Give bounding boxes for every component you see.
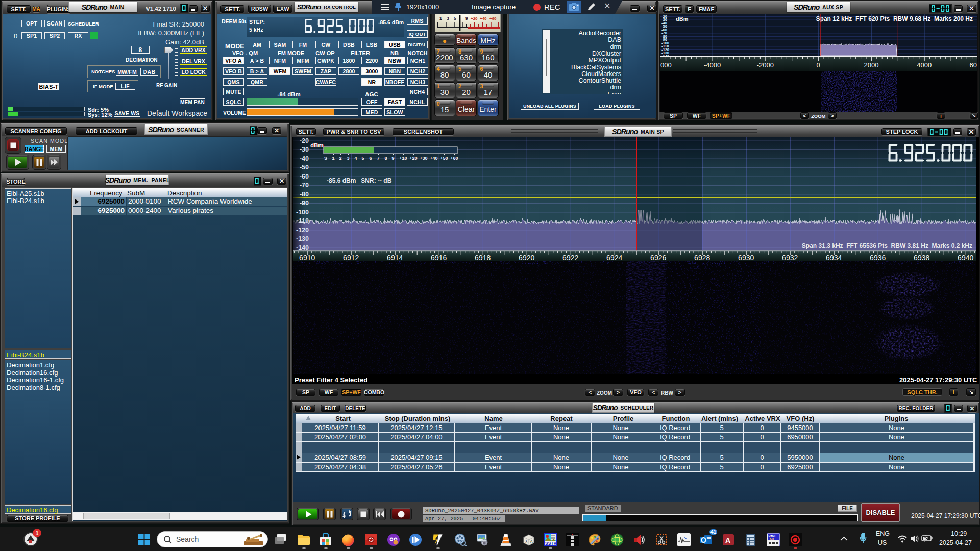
svg-text:-140: -140 (296, 244, 309, 252)
svg-text:-50: -50 (300, 164, 309, 171)
svg-text:6910: 6910 (299, 254, 315, 261)
svg-text:3: 3 (447, 16, 449, 21)
svg-text:6924: 6924 (606, 254, 622, 261)
svg-text:2000: 2000 (864, 61, 878, 69)
svg-text:-2000: -2000 (757, 61, 774, 69)
svg-text:1: 1 (332, 156, 334, 161)
svg-text:6914: 6914 (387, 254, 403, 261)
svg-text:-70: -70 (300, 182, 309, 189)
svg-text:6928: 6928 (694, 254, 710, 261)
svg-text:5: 5 (361, 156, 364, 161)
svg-text:4000: 4000 (917, 61, 932, 69)
svg-text:-120: -120 (296, 227, 309, 234)
svg-text:-30: -30 (300, 146, 309, 153)
svg-text:9: 9 (465, 16, 468, 21)
svg-text:9: 9 (391, 156, 394, 161)
svg-text:6912: 6912 (343, 254, 359, 261)
svg-text:+30: +30 (420, 156, 427, 161)
svg-text:-110: -110 (297, 217, 309, 224)
svg-text:6932: 6932 (782, 254, 798, 261)
svg-text:+60: +60 (450, 156, 458, 161)
svg-text:-100: -100 (296, 209, 309, 216)
svg-text:6938: 6938 (914, 254, 929, 261)
svg-text:-4000: -4000 (704, 61, 721, 69)
svg-text:S: S (324, 156, 327, 161)
svg-text:dBm: dBm (310, 142, 324, 148)
svg-text:-40: -40 (300, 155, 309, 162)
svg-text:Span 31.3 kHz FFT 65536 Pts: Span 31.3 kHz FFT 65536 Pts RBW 3.81 Hz … (802, 242, 972, 249)
svg-text:Span 12 kHz FFT 620 Pts RBW: Span 12 kHz FFT 620 Pts RBW 9.68 Hz Mark… (816, 15, 973, 22)
svg-text:6940: 6940 (958, 254, 973, 261)
svg-text:1: 1 (439, 16, 442, 21)
svg-text:-85.6 dBm SNR: -- dB: -85.6 dBm SNR: -- dB (327, 177, 392, 184)
svg-text:60: 60 (970, 61, 977, 69)
svg-text:-20: -20 (300, 137, 309, 144)
svg-text:7: 7 (377, 156, 379, 161)
svg-text:6916: 6916 (431, 254, 447, 261)
svg-text:3: 3 (347, 156, 349, 161)
svg-text:0: 0 (816, 61, 820, 69)
svg-text:6926: 6926 (650, 254, 666, 261)
svg-text:-90: -90 (300, 199, 309, 207)
svg-text:A: A (725, 536, 730, 544)
svg-text:6920: 6920 (519, 254, 534, 261)
svg-text:+60: +60 (489, 16, 497, 21)
svg-text:KIT: KIT (770, 537, 775, 540)
svg-text:6: 6 (369, 156, 372, 161)
svg-text:-130: -130 (296, 235, 309, 242)
svg-text:+40: +40 (430, 156, 437, 161)
svg-text:SSTV: SSTV (545, 541, 557, 546)
svg-text:+40: +40 (480, 16, 487, 21)
svg-text:6936: 6936 (870, 254, 886, 261)
svg-text:4: 4 (354, 156, 357, 161)
svg-text:6918: 6918 (475, 254, 491, 261)
svg-text:dBm: dBm (676, 16, 689, 22)
svg-text:5: 5 (454, 16, 456, 21)
svg-text:+20: +20 (409, 156, 417, 161)
svg-text:+20: +20 (471, 16, 478, 21)
svg-text:+10: +10 (399, 156, 407, 161)
svg-text:6934: 6934 (826, 254, 842, 261)
svg-text:8: 8 (384, 156, 387, 161)
svg-text:-60: -60 (300, 173, 309, 180)
svg-text:-80: -80 (300, 191, 309, 198)
svg-text:6930: 6930 (738, 254, 754, 261)
svg-text:2: 2 (339, 156, 341, 161)
svg-text:λ: λ (525, 539, 528, 544)
svg-text:+50: +50 (440, 156, 448, 161)
svg-text:Δ: Δ (530, 539, 533, 544)
svg-text:000: 000 (660, 61, 672, 69)
svg-text:6922: 6922 (562, 254, 578, 261)
